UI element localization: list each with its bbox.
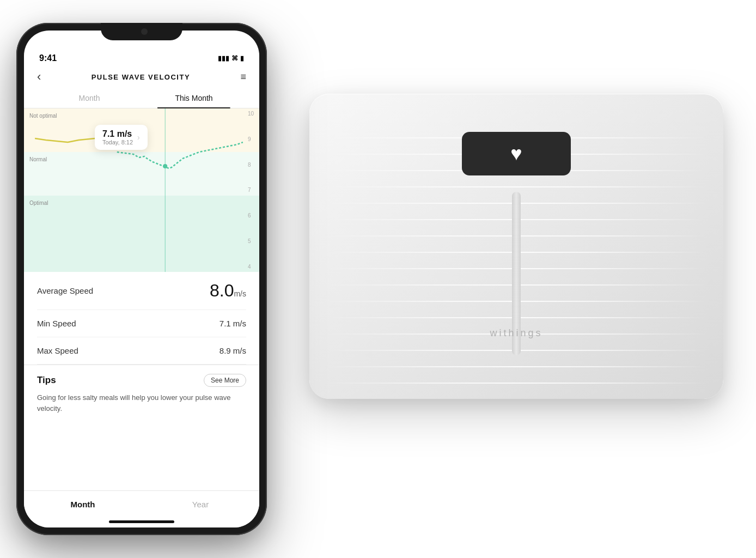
phone-frame: 9:41 ▮▮▮ ⌘ ▮ ‹ PULSE WAVE VELOCITY ≡ (16, 23, 267, 535)
tab-month[interactable]: Month (37, 88, 142, 108)
camera-icon (141, 28, 148, 35)
screen-title: PULSE WAVE VELOCITY (92, 73, 190, 81)
battery-icon: ▮ (240, 54, 244, 62)
stat-value-average: 8.0m/s (210, 281, 246, 301)
phone-screen: 9:41 ▮▮▮ ⌘ ▮ ‹ PULSE WAVE VELOCITY ≡ (24, 31, 259, 527)
tips-header: Tips See More (37, 374, 246, 387)
menu-button[interactable]: ≡ (240, 71, 246, 83)
tooltip-subtitle: Today, 8:12 (102, 139, 133, 145)
status-bar: 9:41 ▮▮▮ ⌘ ▮ (24, 48, 259, 65)
tips-title: Tips (37, 375, 56, 386)
stat-label-max: Max Speed (37, 346, 78, 355)
app-header: ‹ PULSE WAVE VELOCITY ≡ (24, 65, 259, 88)
stat-label-average: Average Speed (37, 286, 93, 295)
bottom-tab-month[interactable]: Month (24, 498, 142, 511)
stat-row-max: Max Speed 8.9 m/s (37, 337, 246, 365)
bottom-tab-year[interactable]: Year (142, 498, 259, 511)
tips-section: Tips See More Going for less salty meals… (24, 365, 259, 422)
stats-section: Average Speed 8.0m/s Min Speed 7.1 m/s M… (24, 272, 259, 365)
scene: ♥ withings 9:41 ▮▮▮ ⌘ ▮ (0, 0, 756, 558)
period-tabs: Month This Month (24, 88, 259, 108)
stat-row-min: Min Speed 7.1 m/s (37, 310, 246, 337)
stat-value-max: 8.9 m/s (220, 346, 246, 355)
home-indicator (109, 520, 174, 523)
see-more-button[interactable]: See More (204, 374, 246, 387)
chart-tooltip: 7.1 m/s Today, 8:12 › (95, 125, 148, 150)
signal-icon: ▮▮▮ (218, 54, 229, 62)
tooltip-value: 7.1 m/s (102, 129, 133, 139)
back-button[interactable]: ‹ (37, 70, 41, 84)
tooltip-arrow-icon: › (137, 133, 140, 142)
scale-body: ♥ withings (309, 94, 723, 399)
wifi-icon: ⌘ (231, 54, 238, 62)
scale-device: ♥ withings (309, 94, 723, 464)
svg-point-1 (163, 164, 167, 168)
tips-text: Going for less salty meals will help you… (37, 392, 246, 414)
status-time: 9:41 (39, 53, 57, 63)
stat-row-average: Average Speed 8.0m/s (37, 272, 246, 310)
status-icons: ▮▮▮ ⌘ ▮ (218, 54, 244, 62)
tab-this-month[interactable]: This Month (142, 88, 246, 108)
notch (101, 23, 182, 40)
stat-unit-average: m/s (234, 289, 246, 298)
stat-value-min: 7.1 m/s (220, 319, 246, 328)
scale-display: ♥ (462, 132, 571, 175)
heart-icon: ♥ (510, 142, 522, 165)
stat-label-min: Min Speed (37, 319, 76, 328)
scale-brand: withings (490, 327, 542, 339)
chart-area: Not optimal Normal Optimal 10 9 8 7 6 5 … (24, 108, 259, 272)
phone: 9:41 ▮▮▮ ⌘ ▮ ‹ PULSE WAVE VELOCITY ≡ (16, 23, 267, 535)
